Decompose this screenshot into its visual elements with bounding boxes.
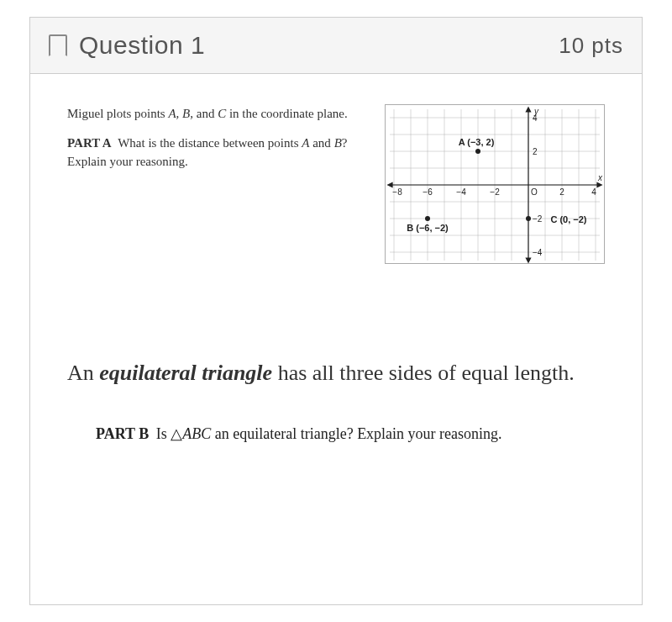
xtick: −2 bbox=[490, 187, 500, 197]
question-body: Miguel plots points A, B, and C in the c… bbox=[30, 74, 642, 451]
part-a-text: PART A What is the distance between poin… bbox=[67, 134, 365, 171]
part-b-triangle: ABC bbox=[182, 425, 211, 442]
xtick: −4 bbox=[456, 187, 466, 197]
bookmark-icon[interactable] bbox=[49, 34, 67, 56]
header-left-group: Question 1 bbox=[49, 31, 205, 60]
question-title: Question 1 bbox=[79, 31, 205, 60]
problem-intro: Miguel plots points A, B, and C in the c… bbox=[67, 104, 365, 124]
equi-prefix: An bbox=[67, 361, 99, 385]
equi-bold: equilateral triangle bbox=[99, 361, 272, 385]
ytick: −2 bbox=[533, 214, 543, 224]
x-axis-label: x bbox=[597, 173, 603, 182]
graph-svg: −8 −6 −4 −2 O 2 4 4 2 −2 −4 bbox=[386, 105, 604, 265]
problem-text: Miguel plots points A, B, and C in the c… bbox=[67, 104, 365, 171]
part-a-and: and bbox=[309, 136, 333, 150]
point-a bbox=[475, 149, 480, 154]
part-a-q1: What is the distance between points bbox=[118, 136, 302, 150]
question-header: Question 1 10 pts bbox=[30, 18, 642, 74]
intro-prefix: Miguel plots points bbox=[67, 107, 168, 120]
part-b-label: PART B bbox=[96, 425, 152, 442]
question-container: Question 1 10 pts Miguel plots points A,… bbox=[29, 17, 643, 605]
point-c-label: C (0, −2) bbox=[550, 214, 586, 224]
xtick: 2 bbox=[559, 187, 564, 197]
x-tick-labels: −8 −6 −4 −2 O 2 4 bbox=[392, 187, 596, 197]
ytick: −4 bbox=[533, 248, 543, 257]
xtick: O bbox=[531, 187, 538, 197]
xtick: 4 bbox=[591, 187, 596, 197]
problem-block: Miguel plots points A, B, and C in the c… bbox=[67, 104, 605, 264]
part-b-suffix: an equilateral triangle? Explain your re… bbox=[211, 425, 501, 442]
ytick: 2 bbox=[533, 147, 538, 156]
y-axis-label: y bbox=[533, 107, 539, 116]
part-b-prefix: Is △ bbox=[156, 425, 183, 442]
part-a-explain: Explain your reasoning. bbox=[67, 155, 188, 168]
point-b bbox=[425, 216, 430, 221]
equilateral-definition: An equilateral triangle has all three si… bbox=[67, 356, 605, 389]
question-points: 10 pts bbox=[559, 33, 623, 59]
xtick: −6 bbox=[423, 187, 433, 197]
equi-suffix: has all three sides of equal length. bbox=[272, 361, 575, 385]
point-c bbox=[526, 216, 531, 221]
intro-points-ab: A, B, bbox=[168, 107, 193, 120]
coordinate-graph: −8 −6 −4 −2 O 2 4 4 2 −2 −4 bbox=[385, 104, 605, 264]
point-b-label: B (−6, −2) bbox=[407, 223, 449, 233]
intro-point-c: C bbox=[218, 107, 226, 120]
part-a-qmk: ? bbox=[342, 136, 348, 150]
xtick: −8 bbox=[392, 187, 402, 197]
part-a-pointB: B bbox=[334, 136, 342, 150]
intro-suffix: in the coordinate plane. bbox=[226, 107, 348, 120]
part-a-label: PART A bbox=[67, 136, 115, 150]
part-b-text: PART B Is △ABC an equilateral triangle? … bbox=[67, 424, 605, 443]
point-a-label: A (−3, 2) bbox=[459, 137, 495, 147]
intro-and: and bbox=[193, 107, 218, 120]
